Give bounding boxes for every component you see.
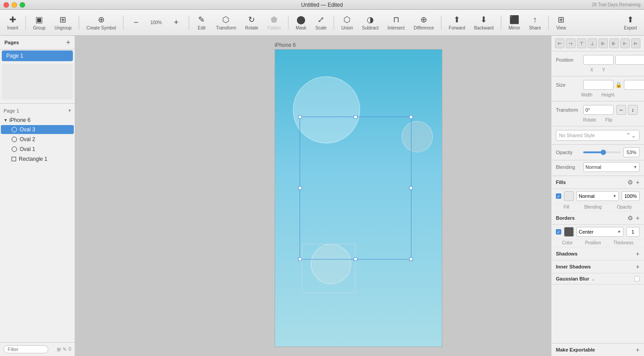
shadows-add-icon[interactable]: + bbox=[636, 250, 640, 257]
trial-info: 28 Trial Days Remaining bbox=[592, 2, 640, 7]
distribute-v-button[interactable]: ⊨ bbox=[631, 38, 640, 48]
handle-br[interactable] bbox=[409, 257, 413, 261]
handle-tm[interactable] bbox=[354, 115, 357, 119]
export-label: Export bbox=[624, 25, 637, 30]
minimize-button[interactable] bbox=[12, 2, 17, 8]
sidebar-copy-icon[interactable]: ⊞ bbox=[57, 347, 61, 352]
fills-sub-labels: Fill Blending Opacity bbox=[551, 204, 644, 212]
fill-color-preview[interactable] bbox=[564, 191, 574, 201]
scale-button[interactable]: ⤢ Scale bbox=[312, 13, 330, 32]
handle-tr[interactable] bbox=[409, 115, 413, 119]
border-position-select[interactable]: Center ▼ bbox=[576, 227, 623, 237]
fill-checkbox[interactable] bbox=[556, 193, 561, 199]
layer-item-oval2[interactable]: Oval 2 bbox=[1, 135, 74, 144]
flip-h-button[interactable]: ↔ bbox=[616, 105, 626, 115]
borders-header: Borders ⚙ + bbox=[551, 212, 644, 225]
zoom-out-button[interactable]: − bbox=[127, 16, 145, 29]
fills-add-icon[interactable]: + bbox=[636, 179, 640, 186]
x-input[interactable] bbox=[583, 55, 614, 65]
mirror-icon: ⬛ bbox=[509, 15, 519, 25]
lock-icon[interactable]: 🔒 bbox=[615, 82, 622, 88]
subtract-button[interactable]: ◑ Subtract bbox=[358, 13, 382, 32]
edit-button[interactable]: ✎ Edit bbox=[193, 13, 211, 32]
gaussian-blur-title: Gaussian Blur bbox=[556, 276, 589, 281]
align-left-button[interactable]: ⊢ bbox=[555, 38, 564, 48]
distribute-h-button[interactable]: ⊩ bbox=[620, 38, 630, 48]
opacity-value[interactable]: 53% bbox=[623, 147, 640, 157]
opacity-slider[interactable] bbox=[583, 151, 621, 153]
flatten-button[interactable]: ⬟ Flatten bbox=[264, 13, 285, 32]
layer-item-oval1[interactable]: Oval 1 bbox=[1, 145, 74, 154]
border-thickness-value[interactable]: 1 bbox=[626, 227, 640, 237]
view-button[interactable]: ⊞ View bbox=[552, 13, 570, 32]
sidebar-edit-icon[interactable]: ✎ bbox=[63, 347, 67, 352]
width-input[interactable] bbox=[583, 80, 614, 90]
gaussian-blur-checkbox[interactable] bbox=[634, 276, 640, 281]
mirror-button[interactable]: ⬛ Mirror bbox=[505, 13, 524, 32]
rotate-button[interactable]: ↻ Rotate bbox=[242, 13, 262, 32]
border-checkbox[interactable] bbox=[556, 229, 561, 235]
create-symbol-button[interactable]: ⊕ Create Symbol bbox=[83, 13, 119, 32]
y-input[interactable] bbox=[615, 55, 644, 65]
handle-bm[interactable] bbox=[354, 257, 357, 261]
artboard[interactable] bbox=[275, 49, 442, 347]
align-top-button[interactable]: ⊥ bbox=[588, 38, 597, 48]
size-row: Size 🔒 bbox=[556, 80, 640, 90]
align-bottom-button[interactable]: ⊪ bbox=[609, 38, 619, 48]
flip-v-button[interactable]: ↕ bbox=[628, 105, 638, 115]
view-icon: ⊞ bbox=[558, 15, 564, 25]
gaussian-expand-icon[interactable]: ⌄ bbox=[591, 276, 595, 281]
close-button[interactable] bbox=[4, 2, 9, 8]
page-item-1[interactable]: Page 1 bbox=[2, 50, 73, 61]
handle-bl[interactable] bbox=[298, 257, 302, 261]
insert-button[interactable]: ✚ Insert bbox=[4, 13, 22, 32]
union-label: Union bbox=[341, 25, 353, 30]
style-selector[interactable]: No Shared Style ⌃⌄ bbox=[551, 126, 644, 145]
backward-button[interactable]: ⬇ Backward bbox=[470, 13, 497, 32]
difference-button[interactable]: ⊕ Difference bbox=[410, 13, 437, 32]
zoom-level[interactable]: 100% bbox=[147, 18, 165, 27]
layers-expand-icon[interactable]: ▾ bbox=[68, 108, 71, 113]
height-input[interactable] bbox=[624, 80, 644, 90]
style-dropdown[interactable]: No Shared Style ⌃⌄ bbox=[556, 130, 640, 141]
layer-group-iphone[interactable]: ▼ iPhone 6 bbox=[0, 116, 75, 125]
inner-shadows-add-icon[interactable]: + bbox=[636, 263, 640, 270]
rotate-input[interactable] bbox=[583, 105, 614, 115]
maximize-button[interactable] bbox=[20, 2, 25, 8]
handle-mr[interactable] bbox=[409, 186, 413, 190]
forward-button[interactable]: ⬆ Forward bbox=[445, 13, 469, 32]
toolbar-separator-6 bbox=[334, 16, 334, 30]
union-button[interactable]: ⬡ Union bbox=[338, 13, 356, 32]
handle-ml[interactable] bbox=[298, 186, 302, 190]
border-color-preview[interactable] bbox=[564, 227, 574, 237]
intersect-button[interactable]: ⊓ Intersect bbox=[384, 13, 408, 32]
add-page-button[interactable]: + bbox=[66, 38, 70, 46]
share-button[interactable]: ↑ Share bbox=[525, 13, 545, 32]
layer-item-rect1[interactable]: Rectangle 1 bbox=[1, 155, 74, 163]
filter-input[interactable] bbox=[4, 345, 48, 353]
handle-tl[interactable] bbox=[298, 115, 302, 119]
zoom-in-button[interactable]: + bbox=[167, 16, 185, 29]
group-button[interactable]: ▣ Group bbox=[30, 13, 49, 32]
transform-button[interactable]: ⬡ Transform bbox=[212, 13, 240, 32]
border-row: Center ▼ 1 bbox=[551, 225, 644, 239]
zoom-out-icon: − bbox=[134, 18, 139, 27]
fills-settings-icon[interactable]: ⚙ bbox=[627, 179, 633, 186]
transform-sub-labels: Rotate Flip bbox=[556, 117, 640, 122]
transform-section: Transform ↔ ↕ Rotate Flip bbox=[551, 101, 644, 126]
fill-opacity-value[interactable]: 100% bbox=[622, 191, 640, 201]
canvas-area[interactable]: iPhone 6 bbox=[75, 36, 551, 356]
blending-select[interactable]: Normal ▼ bbox=[583, 162, 640, 172]
borders-settings-icon[interactable]: ⚙ bbox=[627, 214, 633, 222]
ungroup-button[interactable]: ⊞ Ungroup bbox=[51, 13, 75, 32]
make-exportable-add-icon[interactable]: + bbox=[636, 346, 640, 353]
layer-item-oval3[interactable]: Oval 3 bbox=[1, 125, 74, 134]
borders-add-icon[interactable]: + bbox=[636, 214, 640, 222]
align-center-h-button[interactable]: ⊣ bbox=[566, 38, 575, 48]
align-right-button[interactable]: ⊤ bbox=[577, 38, 586, 48]
export-button[interactable]: ⬆ Export bbox=[620, 13, 640, 32]
layer-item-label: Rectangle 1 bbox=[19, 156, 47, 162]
fill-blending-select[interactable]: Normal ▼ bbox=[576, 191, 619, 201]
mask-button[interactable]: ⬤ Mask bbox=[292, 13, 310, 32]
align-center-v-button[interactable]: ⊫ bbox=[598, 38, 608, 48]
